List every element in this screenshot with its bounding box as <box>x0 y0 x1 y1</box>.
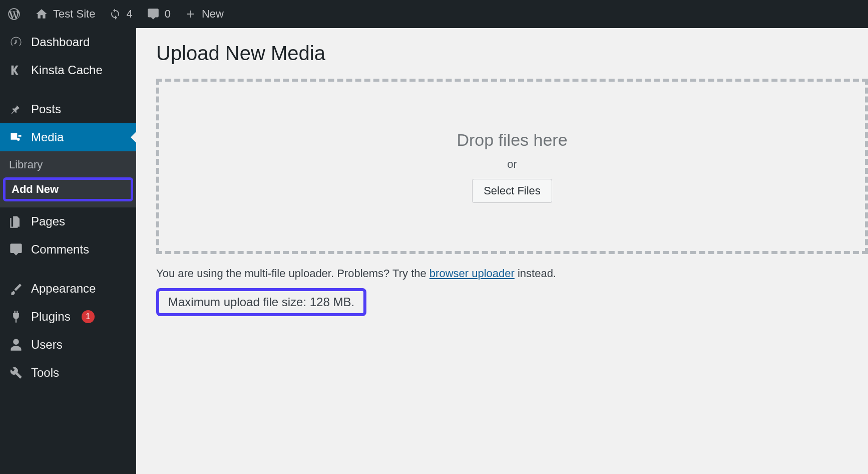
sidebar-label: Comments <box>31 243 89 257</box>
sidebar-item-posts[interactable]: Posts <box>0 95 136 123</box>
new-content-link[interactable]: New <box>178 0 231 28</box>
sidebar-item-kinsta[interactable]: Kinsta Cache <box>0 56 136 84</box>
select-files-button[interactable]: Select Files <box>472 179 552 203</box>
sidebar-label: Appearance <box>31 282 96 296</box>
sidebar-label: Plugins <box>31 310 71 324</box>
sidebar-label: Pages <box>31 214 65 228</box>
sidebar-item-tools[interactable]: Tools <box>0 359 136 387</box>
max-upload-size: Maximum upload file size: 128 MB. <box>156 288 366 316</box>
updates-link[interactable]: 4 <box>102 0 139 28</box>
page-title: Upload New Media <box>156 42 868 65</box>
sidebar-item-users[interactable]: Users <box>0 331 136 359</box>
adminbar-site-name: Test Site <box>53 8 95 21</box>
wrench-icon <box>9 366 23 380</box>
sidebar-item-comments[interactable]: Comments <box>0 235 136 264</box>
plus-icon <box>185 8 197 20</box>
sidebar-item-media[interactable]: Media <box>0 123 136 151</box>
current-arrow-icon <box>131 131 137 143</box>
brush-icon <box>9 282 23 296</box>
sidebar-label: Dashboard <box>31 35 90 49</box>
kinsta-icon <box>9 63 23 77</box>
refresh-icon <box>109 8 121 20</box>
sidebar-item-dashboard[interactable]: Dashboard <box>0 28 136 56</box>
sidebar-label: Media <box>31 130 64 144</box>
sidebar-item-plugins[interactable]: Plugins 1 <box>0 303 136 331</box>
plug-icon <box>9 310 23 324</box>
admin-sidebar: Dashboard Kinsta Cache Posts Media Libra… <box>0 28 136 474</box>
submenu-item-add-new[interactable]: Add New <box>3 177 133 201</box>
media-submenu: Library Add New <box>0 151 136 207</box>
home-icon <box>35 8 48 21</box>
comments-icon <box>9 243 23 257</box>
pages-icon <box>9 214 23 228</box>
pin-icon <box>9 102 23 116</box>
sidebar-label: Tools <box>31 366 59 380</box>
sidebar-item-appearance[interactable]: Appearance <box>0 275 136 303</box>
sidebar-label: Kinsta Cache <box>31 63 103 77</box>
sidebar-item-pages[interactable]: Pages <box>0 207 136 235</box>
plugins-update-badge: 1 <box>82 310 95 323</box>
browser-uploader-link[interactable]: browser uploader <box>429 267 515 280</box>
sidebar-label: Users <box>31 338 63 352</box>
adminbar-new-label: New <box>202 8 224 21</box>
upload-dropzone[interactable]: Drop files here or Select Files <box>156 79 868 254</box>
comments-link[interactable]: 0 <box>140 0 178 28</box>
uploader-note: You are using the multi-file uploader. P… <box>156 267 868 280</box>
adminbar-comments-count: 0 <box>165 8 171 21</box>
submenu-item-library[interactable]: Library <box>0 153 136 176</box>
main-content: Upload New Media Drop files here or Sele… <box>136 28 868 474</box>
note-suffix: instead. <box>515 267 556 280</box>
dashboard-icon <box>9 35 23 49</box>
sidebar-label: Posts <box>31 102 61 116</box>
comment-icon <box>147 8 160 21</box>
user-icon <box>9 338 23 352</box>
site-name-link[interactable]: Test Site <box>28 0 102 28</box>
dropzone-or: or <box>507 158 517 171</box>
adminbar-updates-count: 4 <box>126 8 132 21</box>
media-icon <box>9 130 23 144</box>
dropzone-title: Drop files here <box>457 130 567 150</box>
wp-logo[interactable] <box>0 0 28 28</box>
note-prefix: You are using the multi-file uploader. P… <box>156 267 429 280</box>
